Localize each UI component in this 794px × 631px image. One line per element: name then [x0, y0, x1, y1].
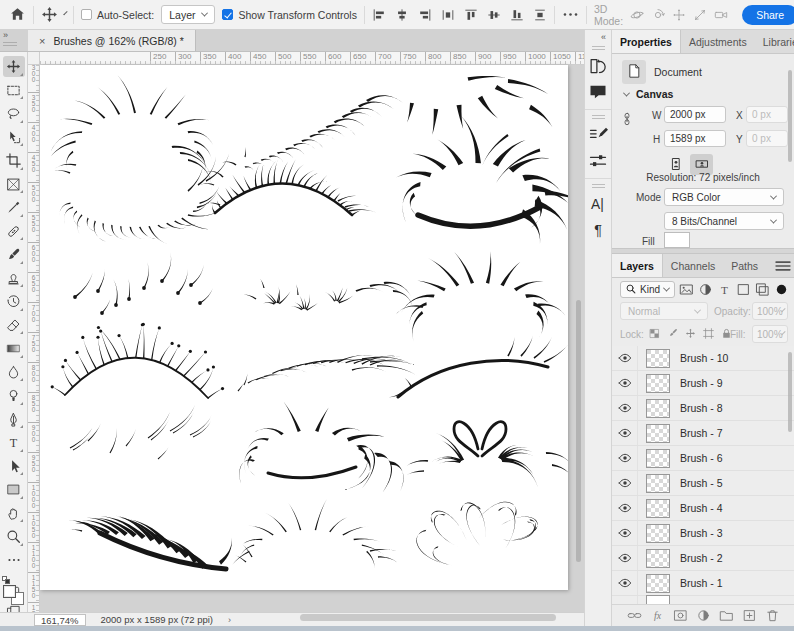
tool-hand[interactable] — [3, 503, 25, 524]
layer-row[interactable]: Brush - 7 — [612, 421, 794, 446]
tool-move[interactable] — [3, 56, 25, 77]
vertical-scrollbar[interactable] — [576, 300, 581, 562]
tool-eraser[interactable] — [3, 315, 25, 336]
more-options-icon[interactable] — [562, 6, 579, 23]
align-left-icon[interactable] — [372, 8, 386, 22]
delete-layer-icon[interactable] — [765, 608, 780, 623]
layer-row-partial[interactable] — [612, 596, 794, 604]
layer-thumbnail[interactable] — [646, 524, 670, 543]
tool-object-selection[interactable] — [3, 127, 25, 148]
tool-dodge[interactable] — [3, 385, 25, 406]
layer-row[interactable]: Brush - 6 — [612, 446, 794, 471]
horizontal-scrollbar[interactable] — [300, 614, 556, 621]
panel-menu-icon[interactable] — [772, 254, 794, 277]
tool-gradient[interactable] — [3, 338, 25, 359]
layer-visibility-toggle[interactable] — [612, 596, 638, 604]
tool-eyedropper[interactable] — [3, 197, 25, 218]
x-field[interactable]: 0 px — [746, 106, 788, 123]
tool-presets-icon[interactable] — [588, 151, 608, 171]
y-field[interactable]: 0 px — [746, 130, 788, 147]
distribute-v-icon[interactable] — [533, 8, 547, 22]
tool-history-brush[interactable] — [3, 291, 25, 312]
shape-layer-filter-icon[interactable] — [736, 282, 751, 297]
ruler-origin-corner[interactable] — [28, 52, 40, 65]
grip-icon[interactable] — [592, 184, 605, 188]
grip-icon[interactable] — [592, 46, 605, 50]
lock-paint-icon[interactable] — [666, 327, 679, 340]
home-icon[interactable] — [9, 6, 26, 23]
layer-visibility-toggle[interactable] — [612, 546, 638, 570]
vertical-ruler[interactable]: 3003504004505005506006507007508008509009… — [28, 65, 40, 612]
layer-filter-dropdown[interactable]: Kind — [620, 281, 675, 298]
align-top-icon[interactable] — [464, 8, 478, 22]
new-layer-icon[interactable] — [742, 608, 757, 623]
tab-adjustments[interactable]: Adjustments — [681, 30, 755, 53]
height-field[interactable]: 1589 px — [664, 130, 726, 147]
adjustment-layer-filter-icon[interactable] — [698, 282, 713, 297]
align-center-h-icon[interactable] — [395, 8, 409, 22]
pan-3d-icon[interactable] — [672, 8, 686, 22]
checkbox-icon[interactable] — [81, 9, 92, 20]
grip-icon[interactable] — [592, 115, 605, 119]
align-middle-v-icon[interactable] — [487, 8, 501, 22]
layer-thumbnail[interactable] — [646, 349, 670, 368]
status-chevron-icon[interactable]: › — [228, 615, 231, 625]
layer-visibility-toggle[interactable] — [612, 421, 638, 445]
layer-row[interactable]: Brush - 1 — [612, 571, 794, 596]
expand-panel-icon[interactable]: » — [3, 31, 8, 40]
auto-select-checkbox[interactable]: Auto-Select: — [81, 9, 154, 21]
layer-thumbnail[interactable] — [646, 399, 670, 418]
layer-visibility-toggle[interactable] — [612, 571, 638, 595]
link-layers-icon[interactable] — [627, 608, 642, 623]
auto-select-target-dropdown[interactable]: Layer — [161, 5, 215, 24]
layer-thumbnail[interactable] — [646, 595, 670, 605]
lock-transparent-icon[interactable] — [648, 327, 661, 340]
filter-toggle-icon[interactable] — [774, 282, 789, 297]
layer-mask-icon[interactable] — [673, 608, 688, 623]
type-layer-filter-icon[interactable]: T — [717, 282, 732, 297]
slide-3d-icon[interactable] — [693, 8, 707, 22]
layer-row[interactable]: Brush - 5 — [612, 471, 794, 496]
smart-object-filter-icon[interactable] — [755, 282, 770, 297]
section-chevron-icon[interactable] — [623, 90, 630, 97]
tool-blur[interactable] — [3, 362, 25, 383]
opacity-dropdown[interactable]: 100% — [752, 302, 788, 320]
layer-thumbnail[interactable] — [646, 424, 670, 443]
layer-row[interactable]: Brush - 4 — [612, 496, 794, 521]
layer-visibility-toggle[interactable] — [612, 446, 638, 470]
character-icon[interactable]: A| — [588, 194, 608, 214]
bit-depth-dropdown[interactable]: 8 Bits/Channel — [664, 212, 784, 230]
tab-paths[interactable]: Paths — [723, 254, 766, 277]
roll-3d-icon[interactable] — [651, 8, 665, 22]
collapse-panels-icon[interactable]: « — [601, 32, 606, 42]
show-transform-checkbox[interactable]: Show Transform Controls — [222, 9, 356, 21]
tool-rectangular-marquee[interactable] — [3, 80, 25, 101]
color-mode-dropdown[interactable]: RGB Color — [664, 188, 784, 206]
layer-thumbnail[interactable] — [646, 374, 670, 393]
paragraph-icon[interactable]: ¶ — [588, 220, 608, 240]
width-field[interactable]: 2000 px — [664, 106, 726, 123]
tool-spot-healing[interactable] — [3, 221, 25, 242]
align-bottom-icon[interactable] — [510, 8, 524, 22]
layer-visibility-toggle[interactable] — [612, 396, 638, 420]
brush-settings-icon[interactable] — [588, 125, 608, 145]
fill-dropdown[interactable]: 100% — [752, 325, 788, 343]
document-tab[interactable]: × Brushes @ 162% (RGB/8) * — [28, 30, 196, 51]
orbit-3d-icon[interactable] — [630, 8, 644, 22]
layer-visibility-toggle[interactable] — [612, 521, 638, 545]
tab-properties[interactable]: Properties — [612, 30, 681, 53]
adjustment-layer-icon[interactable] — [696, 608, 711, 623]
edit-toolbar-button[interactable] — [3, 550, 25, 571]
document-type-button[interactable] — [622, 60, 646, 84]
lock-artboard-icon[interactable] — [702, 327, 715, 340]
tool-clone-stamp[interactable] — [3, 268, 25, 289]
tool-brush[interactable] — [3, 244, 25, 265]
tool-frame[interactable] — [3, 174, 25, 195]
tool-pen[interactable] — [3, 409, 25, 430]
layers-scrollbar[interactable] — [788, 352, 792, 432]
layer-thumbnail[interactable] — [646, 474, 670, 493]
tool-lasso[interactable] — [3, 103, 25, 124]
tab-libraries[interactable]: Libraries — [755, 30, 794, 53]
tool-preset-chevron-icon[interactable] — [63, 11, 67, 15]
layer-visibility-toggle[interactable] — [612, 471, 638, 495]
